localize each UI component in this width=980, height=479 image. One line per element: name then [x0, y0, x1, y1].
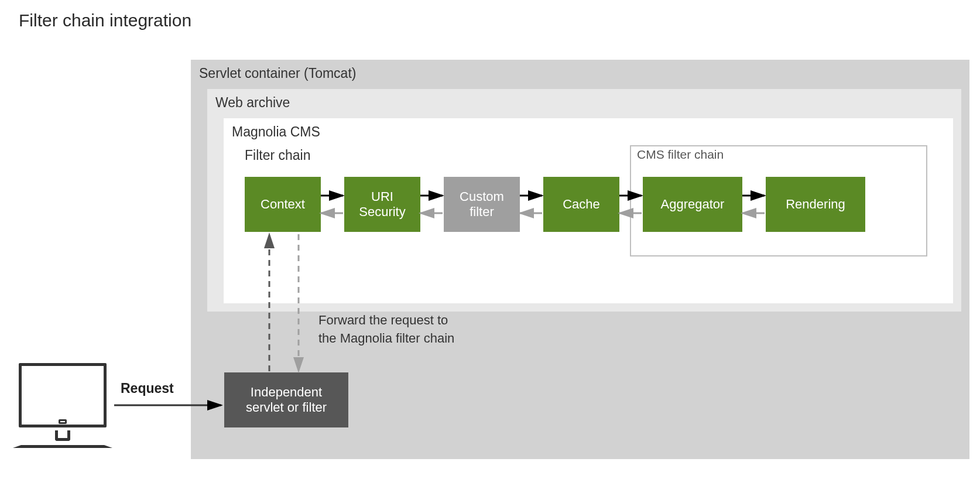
servlet-container-label: Servlet container (Tomcat) [199, 66, 356, 81]
filter-uri-security-label: URISecurity [359, 189, 405, 220]
filter-context-box: Context [245, 177, 321, 232]
independent-servlet-box: Independentservlet or filter [224, 372, 348, 427]
filter-chain-area: Filter chain CMS filter chain Context UR… [232, 148, 945, 295]
filter-custom-label: Customfilter [460, 189, 504, 220]
diagram-title: Filter chain integration [19, 11, 191, 30]
servlet-container-panel: Servlet container (Tomcat) Web archive M… [191, 60, 969, 459]
filter-rendering-box: Rendering [766, 177, 865, 232]
forward-request-text: Forward the request tothe Magnolia filte… [318, 312, 454, 348]
independent-servlet-label: Independentservlet or filter [246, 385, 327, 416]
filter-uri-security-box: URISecurity [344, 177, 420, 232]
request-label: Request [121, 381, 174, 396]
filter-aggregator-box: Aggregator [643, 177, 742, 232]
filter-aggregator-label: Aggregator [661, 197, 725, 212]
filter-chain-label: Filter chain [245, 148, 310, 163]
filter-context-label: Context [261, 197, 305, 212]
filter-cache-label: Cache [563, 197, 600, 212]
filter-cache-box: Cache [543, 177, 619, 232]
filter-custom-box: Customfilter [444, 177, 520, 232]
cms-filter-chain-label: CMS filter chain [637, 148, 724, 162]
web-archive-panel: Web archive Magnolia CMS Filter chain CM… [207, 89, 961, 312]
client-computer-icon [13, 363, 112, 463]
web-archive-label: Web archive [215, 95, 290, 111]
magnolia-cms-panel: Magnolia CMS Filter chain CMS filter cha… [224, 118, 953, 303]
filter-rendering-label: Rendering [786, 197, 845, 212]
magnolia-cms-label: Magnolia CMS [232, 124, 320, 140]
